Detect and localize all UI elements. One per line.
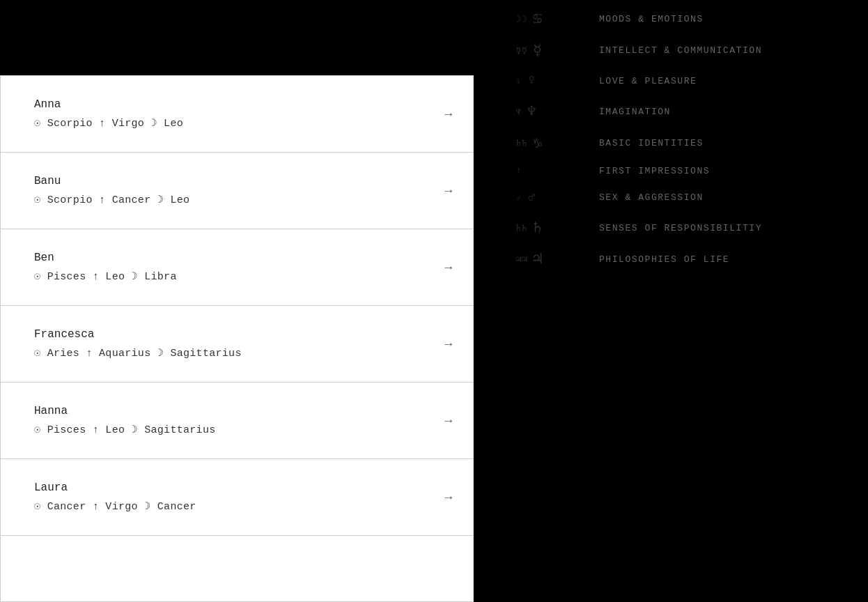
legend-item[interactable]: ☽☽♋MOODS & EMOTIONS	[516, 10, 868, 29]
legend-symbols: ♄♄♑	[516, 134, 599, 153]
legend-symbols: ♆♆	[516, 102, 599, 121]
navigate-arrow[interactable]: →	[444, 261, 452, 275]
person-row[interactable]: Banu☉ Scorpio ↑ Cancer ☽ Leo→	[1, 153, 473, 229]
legend-list: ☽☽♋MOODS & EMOTIONS☿☿☿INTELLECT & COMMUN…	[516, 0, 868, 281]
person-row[interactable]: Hanna☉ Pisces ↑ Leo ☽ Sagittarius→	[1, 383, 473, 459]
planet-symbol: ♀	[516, 76, 521, 87]
legend-symbols: ♀♀	[516, 72, 599, 90]
legend-symbols: ♂♂	[516, 189, 599, 206]
navigate-arrow[interactable]: →	[444, 491, 452, 504]
planet-symbol: ♂	[516, 192, 521, 203]
legend-symbols: ☿☿☿	[516, 41, 599, 60]
planet-symbol: ↑	[516, 165, 521, 176]
legend-label: PHILOSOPHIES OF LIFE	[599, 254, 729, 265]
planet-symbol: ♆	[516, 106, 521, 118]
legend-label: SEX & AGGRESSION	[599, 192, 704, 203]
legend-label: INTELLECT & COMMUNICATION	[599, 45, 762, 56]
legend-label: FIRST IMPRESSIONS	[599, 166, 710, 176]
legend-symbols: ↑	[516, 165, 599, 176]
person-row[interactable]: Ben☉ Pisces ↑ Leo ☽ Libra→	[1, 229, 473, 306]
legend-item[interactable]: ♂♂SEX & AGGRESSION	[516, 189, 868, 206]
legend-item[interactable]: ♆♆IMAGINATION	[516, 102, 868, 121]
planet-symbol: ♃♃	[516, 254, 527, 265]
person-name: Ben	[34, 252, 452, 264]
person-signs: ☉ Cancer ↑ Virgo ☽ Cancer	[34, 500, 452, 513]
navigate-arrow[interactable]: →	[444, 414, 452, 428]
navigate-arrow[interactable]: →	[444, 184, 452, 198]
legend-label: SENSES OF RESPONSIBILITIY	[599, 223, 762, 233]
legend-item[interactable]: ♀♀LOVE & PLEASURE	[516, 72, 868, 90]
sign-symbol: ☿	[533, 41, 542, 60]
person-row[interactable]: Anna☉ Scorpio ↑ Virgo ☽ Leo→	[1, 76, 473, 153]
legend-item[interactable]: ↑FIRST IMPRESSIONS	[516, 165, 868, 176]
sign-symbol: ♋	[533, 10, 542, 29]
planet-symbol: ♄♄	[516, 222, 527, 234]
sign-symbol: ♑	[533, 134, 542, 153]
planet-symbol: ☽☽	[516, 13, 527, 25]
person-signs: ☉ Scorpio ↑ Cancer ☽ Leo	[34, 193, 452, 206]
sign-symbol: ♃	[533, 250, 542, 269]
legend-item[interactable]: ☿☿☿INTELLECT & COMMUNICATION	[516, 41, 868, 60]
legend-item[interactable]: ♄♄♑BASIC IDENTITIES	[516, 134, 868, 153]
legend-label: BASIC IDENTITIES	[599, 138, 704, 148]
person-name: Francesca	[34, 328, 452, 341]
legend-panel: ☽☽♋MOODS & EMOTIONS☿☿☿INTELLECT & COMMUN…	[474, 0, 868, 602]
person-name: Hanna	[34, 405, 452, 417]
planet-symbol: ♄♄	[516, 137, 527, 149]
people-list: Anna☉ Scorpio ↑ Virgo ☽ Leo→Banu☉ Scorpi…	[0, 75, 474, 602]
navigate-arrow[interactable]: →	[444, 107, 452, 121]
person-signs: ☉ Pisces ↑ Leo ☽ Libra	[34, 270, 452, 283]
navigate-arrow[interactable]: →	[444, 337, 452, 351]
legend-symbols: ☽☽♋	[516, 10, 599, 29]
person-signs: ☉ Scorpio ↑ Virgo ☽ Leo	[34, 116, 452, 130]
planet-symbol: ☿☿	[516, 45, 527, 56]
person-signs: ☉ Pisces ↑ Leo ☽ Sagittarius	[34, 423, 452, 436]
sign-symbol: ♀	[527, 72, 536, 90]
legend-item[interactable]: ♃♃♃PHILOSOPHIES OF LIFE	[516, 250, 868, 269]
legend-label: MOODS & EMOTIONS	[599, 14, 704, 24]
sign-symbol: ♂	[527, 189, 536, 206]
legend-label: LOVE & PLEASURE	[599, 76, 697, 86]
person-name: Laura	[34, 481, 452, 494]
legend-symbols: ♄♄♄	[516, 219, 599, 238]
person-row[interactable]: Laura☉ Cancer ↑ Virgo ☽ Cancer→	[1, 459, 473, 536]
legend-label: IMAGINATION	[599, 107, 671, 117]
person-name: Banu	[34, 175, 452, 187]
sign-symbol: ♆	[527, 102, 536, 121]
legend-item[interactable]: ♄♄♄SENSES OF RESPONSIBILITIY	[516, 219, 868, 238]
person-row[interactable]: Francesca☉ Aries ↑ Aquarius ☽ Sagittariu…	[1, 306, 473, 383]
person-signs: ☉ Aries ↑ Aquarius ☽ Sagittarius	[34, 346, 452, 360]
sign-symbol: ♄	[533, 219, 542, 238]
person-name: Anna	[34, 98, 452, 111]
legend-symbols: ♃♃♃	[516, 250, 599, 269]
